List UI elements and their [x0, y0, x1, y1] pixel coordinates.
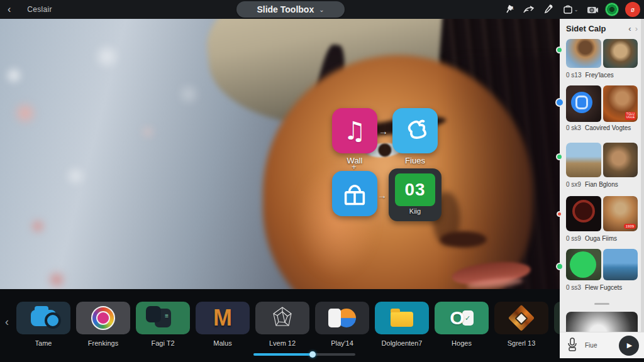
- toolbar-item-frenkings[interactable]: Frenkings: [76, 302, 130, 347]
- sidebar-footer: Fiue ▶: [560, 332, 644, 358]
- row-status-dot: [556, 263, 564, 270]
- main-canvas[interactable]: ♫ → Wall Fiues + → 03 Kiig: [0, 19, 560, 289]
- clip-duration: 0 sk3: [566, 124, 581, 133]
- timeline-slider-fill: [253, 353, 313, 356]
- clip-caption-3: 0 sx9 Fian Bglons: [566, 181, 639, 189]
- sidebar-next-button[interactable]: ›: [635, 24, 638, 33]
- clip-thumbnail: 1939: [603, 196, 638, 231]
- toolbar-item-label: Sgrerl 13: [508, 339, 536, 347]
- clip-duration: 0 ss9: [566, 235, 581, 243]
- clip-caption-1: 0 s13 Frey'laces: [566, 72, 639, 80]
- clip-label: Flew Fugcets: [585, 284, 622, 292]
- portrait-nostril: [440, 231, 487, 248]
- row-status-dot: [557, 211, 562, 217]
- wireframe-polyhedron-icon: [270, 305, 295, 331]
- package-icon[interactable]: 1 ⌄: [561, 3, 580, 16]
- toolbar-item-label: Tame: [35, 339, 52, 347]
- timeline-slider[interactable]: [253, 353, 355, 356]
- clip-row-5[interactable]: [566, 249, 638, 280]
- flow-node-wall[interactable]: ♫: [332, 108, 377, 153]
- clip-badge: TGLU UGLE: [625, 112, 636, 121]
- dark-ring-icon: [572, 200, 595, 222]
- flow-arrow-right-2: →: [377, 190, 387, 200]
- clip-thumbnail: [566, 196, 601, 231]
- music-note-icon: ♫: [343, 118, 366, 143]
- clip-row-1[interactable]: [566, 39, 638, 68]
- slide-toolbox-dropdown[interactable]: Slide Toolbox ⌄: [236, 1, 345, 18]
- o-icon: O: [450, 307, 464, 329]
- clip-caption-2: 0 sk3 Caovired Vogtes: [566, 124, 639, 133]
- clip-thumbnail: [566, 249, 601, 280]
- toolbar-item-play14[interactable]: Play'14: [315, 302, 369, 347]
- mountain-m-icon: M: [213, 307, 232, 329]
- toolbar-item-malus[interactable]: M Malus: [196, 302, 250, 347]
- flow-label-kiig: Kiig: [409, 207, 421, 215]
- package-badge: 1: [511, 6, 514, 10]
- portrait-shadow: [440, 57, 560, 289]
- row-status-dot: [556, 47, 563, 53]
- flow-node-gift[interactable]: [332, 171, 377, 216]
- clip-thumbnail: [566, 143, 601, 177]
- bird-icon: [400, 116, 430, 146]
- record-status-icon[interactable]: [605, 3, 619, 16]
- green-marker-icon: [570, 251, 596, 278]
- record-overlay-icon[interactable]: [571, 92, 592, 113]
- toolbar-item-label: Fagi T2: [151, 339, 174, 347]
- slide-toolbox-label: Slide Toolbox: [257, 4, 314, 14]
- clip-row-2[interactable]: TGLU UGLE: [566, 85, 638, 122]
- gift-bag-icon: [340, 180, 369, 207]
- toolbar-item-hoges[interactable]: O ✓ Hoges: [435, 302, 489, 347]
- row-status-dot: [556, 153, 563, 160]
- clip-row-4[interactable]: 1939: [566, 196, 638, 231]
- dual-camera-icon: [155, 309, 171, 327]
- pin-icon[interactable]: [504, 3, 517, 16]
- play-button[interactable]: ▶: [619, 336, 639, 356]
- clip-duration: 0 sx9: [566, 181, 581, 189]
- clip-label: Fian Bglons: [585, 181, 618, 189]
- app-window: ‹ Ceslair Slide Toolbox ⌄ 1 ⌄: [0, 0, 644, 362]
- account-avatar-button[interactable]: ø: [625, 2, 640, 17]
- sidebar-divider: [594, 303, 609, 305]
- toolbar-item-tame[interactable]: Tame: [16, 302, 70, 347]
- doc-icon: [328, 309, 341, 327]
- clip-caption-5: 0 ss3 Flew Fugcets: [566, 284, 639, 292]
- clip-caption-4: 0 ss9 Ouga Fiims: [566, 235, 639, 243]
- flow-label-fiues: Fiues: [390, 156, 440, 165]
- clip-thumbnail: [566, 85, 601, 122]
- flow-arrow-right-1: →: [379, 126, 388, 136]
- share-arrow-icon[interactable]: [523, 3, 536, 16]
- toolbar-item-lvem[interactable]: Lvem 12: [255, 302, 309, 347]
- toolbar-item-dolgloenten[interactable]: Dolgloenten7: [375, 302, 429, 347]
- sidebar-scrollbar[interactable]: [641, 19, 644, 362]
- chevron-down-icon: ⌄: [319, 6, 324, 13]
- toolbar-item-label: Hoges: [452, 339, 472, 347]
- clip-duration: 0 ss3: [566, 284, 581, 292]
- toolbar-item-fagi[interactable]: Fagi T2: [136, 302, 190, 347]
- top-bar: ‹ Ceslair Slide Toolbox ⌄ 1 ⌄: [0, 0, 644, 19]
- footer-label: Fiue: [585, 342, 619, 349]
- clip-row-partial[interactable]: [566, 312, 638, 334]
- timeline-slider-knob[interactable]: [309, 351, 316, 358]
- sidebar-header: Sidet Calp ‹ ›: [566, 24, 638, 33]
- toolbar-item-label: Lvem 12: [269, 339, 296, 347]
- back-button[interactable]: ‹: [8, 4, 11, 15]
- flow-node-fiues[interactable]: [392, 108, 438, 153]
- toolbar-scroll-left-button[interactable]: ‹: [5, 315, 9, 329]
- sidebar-prev-button[interactable]: ‹: [628, 24, 631, 33]
- clip-row-3[interactable]: [566, 143, 638, 177]
- clip-badge: 1939: [624, 224, 636, 229]
- toolbar-item-label: Malus: [213, 339, 231, 347]
- top-bar-actions: 1 ⌄ ø: [504, 0, 640, 19]
- clip-thumbnail: [603, 249, 638, 280]
- pen-icon[interactable]: [542, 3, 555, 16]
- clip-duration: 0 s13: [566, 72, 581, 80]
- microphone-icon[interactable]: [567, 337, 577, 354]
- row-status-dot: [555, 98, 564, 107]
- toolbar-item-sgrerl[interactable]: Sgrerl 13: [494, 302, 548, 347]
- camera-icon[interactable]: [586, 3, 599, 16]
- flow-node-kiig[interactable]: 03 Kiig: [389, 168, 441, 221]
- flow-connector-plus: +: [352, 162, 357, 172]
- project-name: Ceslair: [27, 5, 52, 14]
- toolbar-items: Tame Frenkings Fagi T2 M Malus: [16, 302, 608, 347]
- toolbar-item-label: Play'14: [331, 339, 353, 347]
